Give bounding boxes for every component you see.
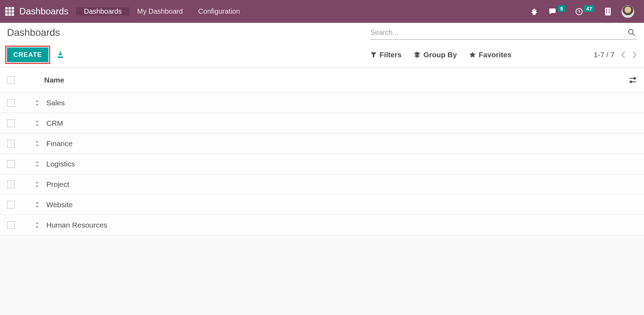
svg-rect-1 <box>605 8 611 15</box>
messages-button[interactable]: 5 <box>548 7 565 16</box>
drag-handle[interactable] <box>34 119 40 127</box>
activities-button[interactable]: 47 <box>575 7 594 16</box>
control-panel-bottom: CREATE Filters Group By <box>7 47 637 62</box>
avatar <box>622 5 634 18</box>
drag-handle[interactable] <box>34 221 40 229</box>
sliders-icon <box>629 77 637 84</box>
sort-icon <box>34 221 40 229</box>
favorites-label: Favorites <box>479 51 511 59</box>
search-button[interactable] <box>626 28 637 39</box>
nav-item-my-dashboard[interactable]: My Dashboard <box>129 7 190 15</box>
apps-grid-icon <box>5 7 14 16</box>
svg-point-12 <box>634 77 636 79</box>
row-name: Website <box>46 201 73 209</box>
list-row[interactable]: Sales <box>0 93 644 113</box>
nav-menu: Dashboards My Dashboard Configuration <box>76 7 248 15</box>
download-icon <box>56 51 65 59</box>
row-checkbox[interactable] <box>7 160 15 168</box>
pager-prev[interactable] <box>621 51 626 59</box>
sort-icon <box>34 140 40 147</box>
list-row[interactable]: Website <box>0 195 644 215</box>
filters-button[interactable]: Filters <box>370 51 402 59</box>
building-icon <box>604 7 612 16</box>
sort-icon <box>34 201 40 209</box>
filters-label: Filters <box>380 51 402 59</box>
navbar-left: Dashboards Dashboards My Dashboard Confi… <box>0 0 248 23</box>
column-header-name[interactable]: Name <box>44 76 64 84</box>
row-name: Project <box>46 180 69 189</box>
svg-rect-2 <box>606 9 607 10</box>
row-checkbox[interactable] <box>7 201 15 209</box>
layers-icon <box>414 51 421 58</box>
control-panel: Dashboards CREATE Filters <box>0 23 644 67</box>
control-panel-top: Dashboards <box>7 27 637 40</box>
row-checkbox[interactable] <box>7 181 15 188</box>
breadcrumb: Dashboards <box>7 27 60 38</box>
list-body: Sales CRM Finance Logistics Project Webs <box>0 93 644 235</box>
search-input[interactable] <box>370 27 626 39</box>
create-button[interactable]: CREATE <box>7 47 48 62</box>
row-name: Sales <box>46 99 65 107</box>
row-checkbox[interactable] <box>7 140 15 147</box>
drag-handle[interactable] <box>34 181 40 188</box>
export-button[interactable] <box>56 51 65 59</box>
search-container <box>370 27 637 40</box>
svg-rect-7 <box>609 12 610 13</box>
row-name: CRM <box>46 119 63 127</box>
svg-rect-4 <box>606 11 607 12</box>
company-button[interactable] <box>604 7 612 16</box>
list-row[interactable]: CRM <box>0 113 644 133</box>
sort-icon <box>34 181 40 188</box>
list-row[interactable]: Project <box>0 174 644 195</box>
apps-menu-button[interactable] <box>0 7 19 16</box>
drag-handle[interactable] <box>34 99 40 107</box>
messages-badge: 5 <box>558 5 565 12</box>
svg-rect-5 <box>609 11 610 12</box>
drag-handle[interactable] <box>34 201 40 209</box>
chevron-right-icon <box>632 51 637 59</box>
search-toolbar: Filters Group By Favorites 1-7 / 7 <box>370 51 637 59</box>
row-checkbox[interactable] <box>7 221 15 229</box>
sort-icon <box>34 119 40 127</box>
drag-handle[interactable] <box>34 140 40 147</box>
groupby-label: Group By <box>423 51 457 59</box>
svg-line-9 <box>633 34 635 35</box>
optional-columns-button[interactable] <box>629 77 637 84</box>
drag-handle[interactable] <box>34 160 40 168</box>
chevron-left-icon <box>621 51 626 59</box>
pager-text: 1-7 / 7 <box>593 51 615 59</box>
nav-item-dashboards[interactable]: Dashboards <box>76 7 129 15</box>
groupby-button[interactable]: Group By <box>414 51 457 59</box>
bug-icon <box>530 7 538 16</box>
top-navbar: Dashboards Dashboards My Dashboard Confi… <box>0 0 644 23</box>
nav-item-configuration[interactable]: Configuration <box>190 7 248 15</box>
svg-point-8 <box>629 29 633 34</box>
clock-icon <box>575 7 583 16</box>
sort-icon <box>34 160 40 168</box>
app-brand[interactable]: Dashboards <box>19 6 76 17</box>
list-header: Name <box>0 67 644 93</box>
svg-point-14 <box>630 81 632 83</box>
svg-rect-6 <box>606 12 607 13</box>
list-row[interactable]: Finance <box>0 133 644 154</box>
row-checkbox[interactable] <box>7 99 15 107</box>
pager: 1-7 / 7 <box>593 51 637 59</box>
activities-badge: 47 <box>584 5 594 12</box>
star-icon <box>469 51 476 58</box>
debug-button[interactable] <box>530 7 538 16</box>
sort-icon <box>34 99 40 107</box>
list-row[interactable]: Human Resources <box>0 215 644 235</box>
row-name: Finance <box>46 139 73 148</box>
list-row[interactable]: Logistics <box>0 154 644 174</box>
favorites-button[interactable]: Favorites <box>469 51 511 59</box>
search-icon <box>627 28 636 37</box>
svg-rect-3 <box>609 9 610 10</box>
select-all-checkbox[interactable] <box>7 76 15 84</box>
row-checkbox[interactable] <box>7 119 15 127</box>
user-menu[interactable] <box>622 5 634 18</box>
navbar-right: 5 47 <box>530 0 644 23</box>
chat-icon <box>548 7 557 16</box>
pager-next[interactable] <box>632 51 637 59</box>
row-name: Human Resources <box>46 221 107 229</box>
row-name: Logistics <box>46 160 75 168</box>
